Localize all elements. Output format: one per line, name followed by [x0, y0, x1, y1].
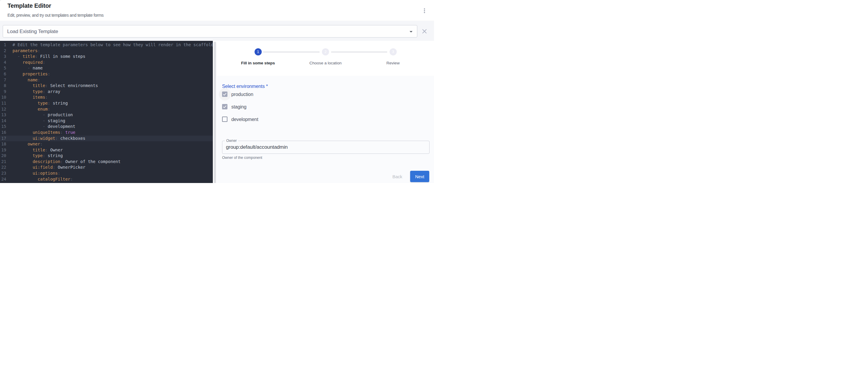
line-number: 1	[0, 42, 6, 48]
line-number: 21	[0, 159, 6, 165]
code-line-14[interactable]: 14 - staging	[0, 118, 213, 124]
template-select-bar: Load Existing Template	[0, 22, 434, 41]
more-options-button[interactable]	[420, 6, 429, 15]
load-template-select[interactable]: Load Existing Template	[3, 25, 417, 37]
code-line-16[interactable]: 16 uniqueItems: true	[0, 130, 213, 135]
step-1-label: Fill in some steps	[241, 61, 275, 65]
code-line-2[interactable]: 2parameters:	[0, 48, 213, 54]
line-number: 4	[0, 60, 6, 66]
line-number: 19	[0, 147, 6, 153]
code-line-1[interactable]: 1# Edit the template parameters below to…	[0, 42, 213, 48]
back-button[interactable]: Back	[387, 171, 407, 182]
code-line-23[interactable]: 23 ui:options:	[0, 171, 213, 177]
code-text: - staging	[6, 118, 65, 123]
step-connector	[263, 52, 319, 52]
code-line-18[interactable]: 18 owner:	[0, 141, 213, 147]
checkbox-production[interactable]	[222, 92, 227, 97]
code-text: ui:widget: checkboxes	[6, 136, 85, 141]
step-1-icon[interactable]: 1	[254, 48, 262, 55]
code-line-13[interactable]: 13 - production	[0, 112, 213, 118]
checkbox-staging[interactable]	[222, 104, 227, 110]
line-number: 24	[0, 177, 6, 182]
owner-helper-text: Owner of the component	[222, 156, 262, 160]
select-value: Load Existing Template	[7, 29, 58, 35]
code-line-21[interactable]: 21 description: Owner of the component	[0, 159, 213, 165]
checkmark-icon	[222, 104, 227, 109]
checkbox-label-development[interactable]: development	[231, 117, 258, 122]
line-number: 8	[0, 83, 6, 89]
code-text: type: string	[6, 153, 63, 158]
code-text: - name	[6, 66, 42, 70]
code-text: items:	[6, 95, 48, 99]
code-line-12[interactable]: 12 enum:	[0, 106, 213, 112]
code-line-6[interactable]: 6 properties:	[0, 71, 213, 77]
code-line-15[interactable]: 15 - development	[0, 124, 213, 130]
line-number: 18	[0, 141, 6, 147]
checkbox-row-development: development	[219, 113, 338, 126]
code-line-19[interactable]: 19 title: Owner	[0, 147, 213, 153]
code-text: type: array	[6, 89, 60, 94]
line-number: 7	[0, 77, 6, 83]
code-text: - development	[6, 124, 75, 129]
owner-field-value[interactable]: group:default/accountadmin	[226, 144, 288, 150]
code-text: title: Owner	[6, 148, 63, 152]
clear-template-button[interactable]	[420, 27, 429, 35]
editor-split: 1# Edit the template parameters below to…	[0, 41, 434, 183]
code-line-5[interactable]: 5 - name	[0, 65, 213, 71]
code-text: required:	[6, 60, 45, 65]
checkbox-row-staging: staging	[219, 101, 338, 113]
code-text: - production	[6, 112, 73, 117]
code-text: ui:options:	[6, 171, 60, 176]
checkbox-label-production[interactable]: production	[231, 92, 253, 97]
code-text: title: Select environments	[6, 83, 98, 88]
owner-field[interactable]: Owner group:default/accountadmin	[222, 141, 430, 154]
template-editor-page: Template Editor Edit, preview, and try o…	[0, 0, 434, 183]
code-line-24[interactable]: 24 catalogFilter:	[0, 177, 213, 182]
step-2-label: Choose a location	[309, 61, 342, 65]
line-number: 2	[0, 48, 6, 54]
close-icon	[423, 29, 427, 33]
code-line-22[interactable]: 22 ui:field: OwnerPicker	[0, 164, 213, 171]
form-preview: 1Fill in some steps2Choose a location3Re…	[213, 41, 434, 183]
checkbox-row-production: production	[219, 88, 338, 101]
code-line-4[interactable]: 4 required:	[0, 60, 213, 66]
code-text: parameters:	[6, 48, 40, 53]
next-button[interactable]: Next	[410, 171, 429, 182]
line-number: 23	[0, 171, 6, 177]
code-line-17[interactable]: 17 ui:widget: checkboxes	[0, 135, 213, 142]
checkmark-icon	[222, 92, 227, 97]
dropdown-caret-icon	[409, 31, 412, 32]
code-line-8[interactable]: 8 title: Select environments	[0, 83, 213, 89]
line-number: 12	[0, 106, 6, 112]
checkbox-development[interactable]	[222, 117, 227, 122]
step-3-icon[interactable]: 3	[390, 48, 397, 55]
line-number: 13	[0, 112, 6, 118]
code-text: ui:field: OwnerPicker	[6, 165, 85, 170]
checkbox-label-staging[interactable]: staging	[231, 104, 247, 110]
line-number: 11	[0, 100, 6, 106]
owner-field-label: Owner	[225, 139, 238, 143]
page-subtitle: Edit, preview, and try out templates and…	[7, 13, 103, 17]
code-text: name:	[6, 78, 40, 82]
code-line-10[interactable]: 10 items:	[0, 94, 213, 100]
code-line-3[interactable]: 3 - title: Fill in some steps	[0, 54, 213, 60]
line-number: 15	[0, 124, 6, 130]
step-connector	[331, 52, 388, 52]
code-line-20[interactable]: 20 type: string	[0, 153, 213, 159]
page-header: Template Editor Edit, preview, and try o…	[0, 0, 434, 21]
code-line-7[interactable]: 7 name:	[0, 77, 213, 83]
code-line-9[interactable]: 9 type: array	[0, 89, 213, 95]
code-text: enum:	[6, 107, 50, 112]
code-editor[interactable]: 1# Edit the template parameters below to…	[0, 41, 213, 183]
line-number: 6	[0, 71, 6, 77]
line-number: 20	[0, 153, 6, 159]
step-2-icon[interactable]: 2	[322, 48, 329, 55]
pane-divider[interactable]	[214, 42, 216, 183]
line-number: 9	[0, 89, 6, 95]
code-text: # Edit the template parameters below to …	[6, 42, 213, 47]
code-line-11[interactable]: 11 type: string	[0, 100, 213, 106]
code-text: type: string	[6, 101, 68, 105]
code-text: - title: Fill in some steps	[6, 54, 85, 59]
line-number: 14	[0, 118, 6, 124]
code-text: catalogFilter:	[6, 177, 73, 182]
